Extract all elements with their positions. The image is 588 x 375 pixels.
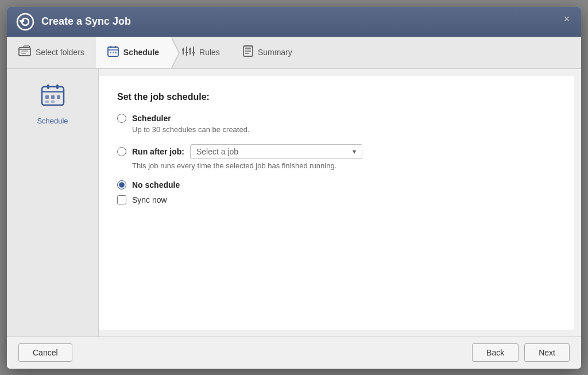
option-no-schedule: No schedule [117,180,556,190]
sidebar-schedule-label: Schedule [37,117,68,125]
scheduler-label[interactable]: Scheduler [132,114,171,123]
sync-now-label[interactable]: Sync now [132,195,167,204]
no-schedule-label[interactable]: No schedule [132,180,180,190]
back-button[interactable]: Back [472,343,519,362]
rules-icon [182,45,195,60]
create-sync-job-dialog: Create a Sync Job × Select folders [7,7,581,369]
section-title: Set the job schedule: [117,92,556,102]
scheduler-desc: Up to 30 schedules can be created. [132,125,556,134]
tab-schedule[interactable]: Schedule [96,37,171,68]
close-button[interactable]: × [560,13,573,25]
sidebar: Schedule [7,69,99,337]
option-scheduler: Scheduler Up to 30 schedules can be crea… [117,114,556,134]
tab-summary-label: Summary [258,48,292,57]
cancel-button[interactable]: Cancel [18,343,72,362]
svg-rect-27 [51,95,55,99]
svg-rect-3 [21,53,26,54]
svg-rect-2 [21,51,28,52]
summary-icon [243,45,253,60]
svg-rect-6 [115,46,116,48]
next-button[interactable]: Next [524,343,570,362]
main-content: Set the job schedule: Scheduler Up to 30… [99,76,574,330]
tab-summary[interactable]: Summary [231,37,304,68]
sync-now-checkbox[interactable] [117,195,126,204]
footer-left: Cancel [18,343,72,362]
dropdown-chevron-icon: ▾ [353,148,356,156]
job-select-placeholder: Select a job [196,147,238,156]
sidebar-schedule-icon [40,83,65,113]
sync-now-row: Sync now [117,195,556,204]
svg-rect-5 [110,46,111,48]
tab-schedule-label: Schedule [123,48,159,57]
svg-rect-28 [57,95,60,99]
select-folders-icon [18,45,31,60]
run-after-label[interactable]: Run after job: [132,147,184,156]
footer-right: Back Next [472,343,570,362]
dialog-title: Create a Sync Job [41,16,131,28]
svg-rect-26 [45,95,49,99]
svg-rect-7 [110,52,111,53]
sidebar-item-schedule: Schedule [37,83,68,125]
svg-rect-9 [115,52,117,53]
svg-rect-25 [56,84,59,89]
body: Schedule Set the job schedule: Scheduler… [7,69,581,337]
svg-rect-8 [113,52,114,53]
tab-select-folders-label: Select folders [36,48,84,57]
option-run-after-job: Run after job: Select a job ▾ This job r… [117,144,556,170]
sync-icon [16,13,34,31]
title-bar: Create a Sync Job × [7,7,581,37]
svg-rect-24 [47,84,49,89]
radio-no-schedule[interactable] [117,180,126,190]
radio-scheduler[interactable] [117,114,126,123]
job-select-dropdown[interactable]: Select a job ▾ [190,144,362,159]
tab-rules-label: Rules [199,48,220,57]
run-after-desc: This job runs every time the selected jo… [132,161,556,170]
option-group: Scheduler Up to 30 schedules can be crea… [117,114,556,190]
tab-select-folders[interactable]: Select folders [7,37,96,68]
svg-rect-29 [45,100,49,103]
tab-bar: Select folders Schedule [7,37,581,69]
svg-point-0 [17,14,33,30]
radio-run-after-job[interactable] [117,147,126,156]
footer: Cancel Back Next [7,337,581,369]
svg-rect-30 [51,100,55,103]
schedule-icon [107,45,119,60]
svg-rect-22 [243,46,253,48]
